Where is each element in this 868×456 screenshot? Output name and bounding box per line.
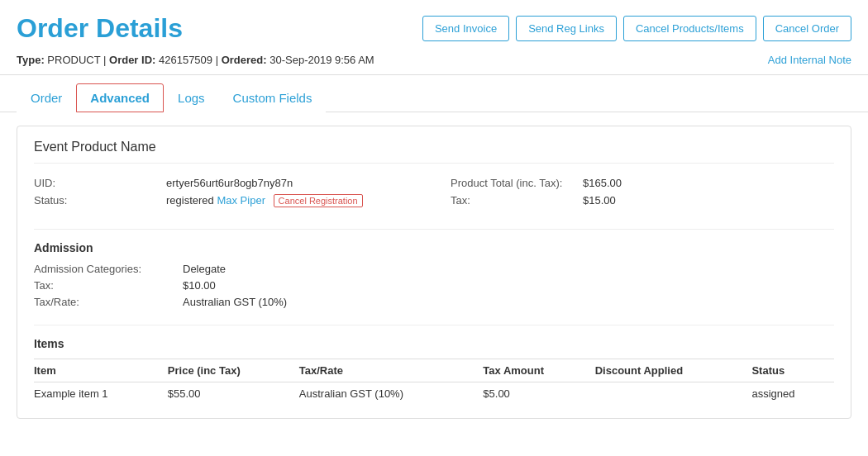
- items-table-header-row: Item Price (inc Tax) Tax/Rate Tax Amount…: [34, 359, 834, 382]
- info-col-left: UID: ertyer56urt6ur8ogb7ny87n Status: re…: [34, 177, 417, 212]
- admission-categories-row: Admission Categories: Delegate: [34, 263, 834, 275]
- admission-section: Admission Admission Categories: Delegate…: [34, 241, 834, 308]
- items-title: Items: [34, 337, 834, 350]
- content-area: Event Product Name UID: ertyer56urt6ur8o…: [0, 112, 868, 432]
- type-label: Type:: [17, 54, 45, 66]
- col-price: Price (inc Tax): [168, 359, 299, 382]
- page-header: Order Details Send Invoice Send Reg Link…: [0, 0, 868, 50]
- col-discount: Discount Applied: [595, 359, 752, 382]
- cancel-registration-button[interactable]: Cancel Registration: [274, 194, 363, 207]
- status-label: Status:: [34, 194, 166, 207]
- type-value: PRODUCT: [47, 54, 100, 66]
- uid-value: ertyer56urt6ur8ogb7ny87n: [166, 177, 293, 189]
- admission-taxrate-row: Tax/Rate: Australian GST (10%): [34, 296, 834, 308]
- meta-text: Type: PRODUCT | Order ID: 426157509 | Or…: [17, 54, 374, 66]
- admission-taxrate-value: Australian GST (10%): [183, 296, 287, 308]
- items-section: Items Item Price (inc Tax) Tax/Rate Tax …: [34, 337, 834, 405]
- admission-title: Admission: [34, 241, 834, 254]
- admission-tax-row: Tax: $10.00: [34, 279, 834, 292]
- cancel-products-button[interactable]: Cancel Products/Items: [623, 16, 756, 41]
- ordered-label: Ordered:: [222, 54, 267, 66]
- admission-tax-value: $10.00: [183, 279, 216, 292]
- product-total-label: Product Total (inc. Tax):: [451, 177, 583, 189]
- tab-order[interactable]: Order: [17, 83, 76, 112]
- col-taxrate: Tax/Rate: [299, 359, 484, 382]
- tax-value: $15.00: [583, 194, 616, 207]
- tab-advanced[interactable]: Advanced: [76, 83, 164, 112]
- add-internal-note-link[interactable]: Add Internal Note: [768, 54, 851, 66]
- order-id-label: Order ID:: [109, 54, 155, 66]
- header-buttons: Send Invoice Send Reg Links Cancel Produ…: [422, 16, 851, 41]
- admission-categories-value: Delegate: [183, 263, 226, 275]
- order-id-value: 426157509: [159, 54, 212, 66]
- section-heading: Event Product Name: [34, 140, 834, 164]
- tabs-bar: Order Advanced Logs Custom Fields: [0, 75, 868, 112]
- info-grid: UID: ertyer56urt6ur8ogb7ny87n Status: re…: [34, 177, 834, 212]
- uid-label: UID:: [34, 177, 166, 189]
- ordered-value: 30-Sep-2019 9:56 AM: [269, 54, 374, 66]
- cell-price: $55.00: [168, 382, 299, 406]
- divider-items: [34, 325, 834, 325]
- status-text: registered: [166, 194, 214, 207]
- table-row: Example item 1$55.00Australian GST (10%)…: [34, 382, 834, 406]
- cell-discount: [595, 382, 752, 406]
- admission-categories-label: Admission Categories:: [34, 263, 183, 275]
- tab-logs[interactable]: Logs: [164, 83, 219, 112]
- product-total-value: $165.00: [583, 177, 622, 189]
- status-row: Status: registered Max Piper Cancel Regi…: [34, 194, 417, 207]
- tax-row: Tax: $15.00: [451, 194, 834, 207]
- status-value: registered Max Piper Cancel Registration: [166, 194, 363, 207]
- col-taxamount: Tax Amount: [483, 359, 594, 382]
- cell-item: Example item 1: [34, 382, 168, 406]
- uid-row: UID: ertyer56urt6ur8ogb7ny87n: [34, 177, 417, 189]
- admission-taxrate-label: Tax/Rate:: [34, 296, 183, 308]
- cell-tax_rate: Australian GST (10%): [299, 382, 484, 406]
- col-item: Item: [34, 359, 168, 382]
- admission-tax-label: Tax:: [34, 279, 183, 292]
- send-reg-links-button[interactable]: Send Reg Links: [516, 16, 617, 41]
- info-col-right: Product Total (inc. Tax): $165.00 Tax: $…: [451, 177, 834, 212]
- page-title: Order Details: [17, 13, 183, 44]
- content-card: Event Product Name UID: ertyer56urt6ur8o…: [17, 126, 851, 419]
- order-meta: Type: PRODUCT | Order ID: 426157509 | Or…: [0, 50, 868, 75]
- person-link[interactable]: Max Piper: [217, 194, 265, 207]
- product-total-row: Product Total (inc. Tax): $165.00: [451, 177, 834, 189]
- divider-admission: [34, 229, 834, 230]
- tax-label: Tax:: [451, 194, 583, 207]
- send-invoice-button[interactable]: Send Invoice: [422, 16, 509, 41]
- cell-status: assigned: [751, 382, 834, 406]
- col-status: Status: [751, 359, 834, 382]
- cell-tax_amount: $5.00: [483, 382, 594, 406]
- items-table: Item Price (inc Tax) Tax/Rate Tax Amount…: [34, 359, 834, 405]
- cancel-order-button[interactable]: Cancel Order: [763, 16, 851, 41]
- tab-custom-fields[interactable]: Custom Fields: [219, 83, 327, 112]
